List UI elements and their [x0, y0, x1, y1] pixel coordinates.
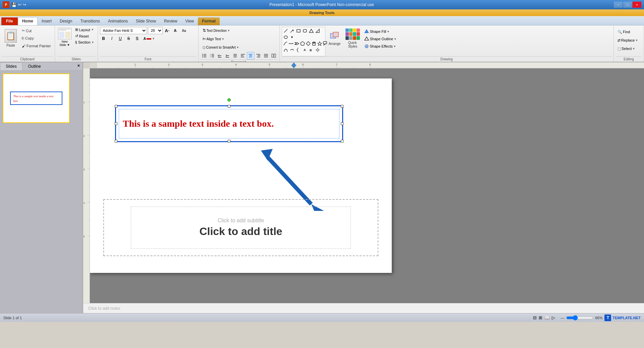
slide-1-thumbnail[interactable]: This is a sample text inside a text box.	[3, 73, 70, 123]
font-color-dropdown[interactable]: ▼	[152, 37, 155, 40]
tab-view[interactable]: View	[181, 17, 198, 25]
reading-view-button[interactable]: 📖	[544, 315, 550, 320]
font-name-select[interactable]: Adobe Fan Heiti S	[100, 27, 147, 34]
slide-sorter-button[interactable]: ⊞	[539, 315, 542, 320]
handle-top-center[interactable]	[228, 105, 230, 108]
tab-review[interactable]: Review	[160, 17, 181, 25]
find-button[interactable]: 🔍 Find	[616, 28, 632, 36]
slide-canvas[interactable]: | This is a sample text inside a text bo…	[90, 78, 392, 273]
shape-diamond-btn[interactable]	[306, 41, 311, 47]
format-painter-button[interactable]: 🖌 Format Painter	[20, 43, 53, 49]
align-right-button[interactable]	[255, 52, 262, 59]
shape-sun-btn[interactable]	[315, 47, 321, 53]
handle-bottom-right[interactable]	[341, 140, 343, 142]
font-size-select[interactable]: 28 81012141618202428323648	[148, 27, 163, 34]
tab-animations[interactable]: Animations	[104, 17, 132, 25]
normal-view-button[interactable]: ⊟	[533, 315, 537, 320]
shape-rtriangle-btn[interactable]	[315, 28, 321, 34]
arrange-button[interactable]: Arrange	[326, 27, 343, 50]
replace-button[interactable]: ⇄ Replace ▼	[616, 37, 640, 44]
handle-bottom-left[interactable]	[115, 140, 117, 142]
shape-arrow-btn[interactable]	[289, 28, 295, 34]
convert-smartart-button[interactable]: ⬡ Convert to SmartArt ▼	[201, 44, 241, 51]
shape-more-btn[interactable]: ▼	[289, 34, 295, 40]
shape-chevron-btn[interactable]	[294, 41, 300, 47]
increase-indent-button[interactable]	[224, 52, 231, 59]
layout-button[interactable]: ⊞ Layout ▼	[74, 27, 96, 33]
text-direction-button[interactable]: ⇅ Text Direction ▼	[201, 27, 232, 34]
tab-insert[interactable]: Insert	[38, 17, 56, 25]
align-left-button[interactable]	[239, 52, 247, 59]
shape-effects-button[interactable]: Shape Effects ▼	[362, 43, 398, 50]
undo-icon[interactable]: ↩	[18, 2, 21, 7]
shape-textbox-btn[interactable]: A	[302, 47, 308, 53]
shape-connector-btn[interactable]	[283, 41, 288, 47]
select-button[interactable]: ⬚ Select ▼	[616, 45, 637, 52]
section-button[interactable]: § Section ▼	[74, 40, 96, 45]
strikethrough-button[interactable]: S	[125, 35, 132, 42]
shape-rounded-rect-btn[interactable]	[302, 28, 308, 34]
subtitle-inner[interactable]: Click to add subtitle Click to add title	[131, 207, 351, 249]
reset-button[interactable]: ↺ Reset	[74, 33, 96, 39]
shape-rect-btn[interactable]	[296, 28, 302, 34]
tab-file[interactable]: File	[1, 17, 18, 25]
handle-rotate[interactable]	[227, 98, 231, 102]
decrease-font-button[interactable]: A-	[172, 27, 179, 34]
save-icon[interactable]: 💾	[11, 2, 17, 7]
font-color-button[interactable]: A ▼	[142, 35, 157, 42]
shape-line-btn[interactable]	[283, 28, 289, 34]
shape-star-btn[interactable]	[317, 41, 322, 47]
columns-button[interactable]	[270, 52, 277, 59]
shape-pentagon-btn[interactable]	[300, 41, 305, 47]
character-spacing-button[interactable]	[189, 27, 196, 34]
bold-button[interactable]: B	[100, 35, 107, 42]
shape-cylinder-btn[interactable]	[311, 41, 317, 47]
handle-middle-left[interactable]	[115, 122, 117, 125]
tab-design[interactable]: Design	[56, 17, 76, 25]
shape-fill-button[interactable]: Shape Fill ▼	[362, 28, 398, 35]
bullets-button[interactable]	[201, 52, 208, 59]
outline-tab[interactable]: Outline	[22, 62, 47, 70]
slideshow-button[interactable]: ▷	[552, 315, 555, 320]
shape-double-arrow-btn[interactable]	[288, 41, 294, 47]
cut-button[interactable]: ✂ Cut	[20, 27, 53, 34]
align-center-button[interactable]	[247, 52, 254, 59]
shape-triangle-btn[interactable]	[308, 28, 314, 34]
paste-button[interactable]: 📋 Paste	[2, 27, 19, 50]
shape-brace-btn[interactable]	[296, 47, 302, 53]
close-button[interactable]: ×	[633, 2, 641, 8]
handle-middle-right[interactable]	[341, 122, 343, 125]
textbox-sample-text[interactable]: This is a sample text inside a text box.	[123, 118, 274, 129]
shadow-button[interactable]: S	[133, 35, 141, 42]
align-text-button[interactable]: ⊨ Align Text ▼	[201, 35, 226, 43]
slides-tab[interactable]: Slides	[0, 62, 22, 70]
handle-top-right[interactable]	[341, 105, 343, 108]
maximize-button[interactable]: □	[623, 2, 632, 8]
line-spacing-button[interactable]	[231, 52, 239, 59]
minimize-button[interactable]: −	[614, 2, 623, 8]
selected-textbox[interactable]: | This is a sample text inside a text bo…	[115, 105, 343, 142]
handle-bottom-center[interactable]	[228, 140, 230, 142]
redo-icon[interactable]: ↪	[23, 2, 26, 7]
copy-button[interactable]: ⎘ Copy	[20, 35, 53, 41]
decrease-indent-button[interactable]	[216, 52, 223, 59]
quick-styles-button[interactable]: Quick Styles	[344, 27, 362, 50]
slide-scroll-area[interactable]: | This is a sample text inside a text bo…	[90, 68, 644, 303]
tab-slideshow[interactable]: Slide Show	[132, 17, 160, 25]
tab-format[interactable]: Format	[198, 17, 220, 25]
shape-arc-btn[interactable]	[289, 47, 295, 53]
justify-button[interactable]	[262, 52, 270, 59]
new-slide-button[interactable]: New Slide ▼	[57, 27, 72, 48]
zoom-slider[interactable]	[566, 315, 593, 321]
bottom-placeholder[interactable]: Click to add subtitle Click to add title	[103, 199, 378, 256]
underline-button[interactable]: U	[117, 35, 124, 42]
tab-transitions[interactable]: Transitions	[76, 17, 104, 25]
increase-font-button[interactable]: A+	[164, 27, 171, 34]
notes-panel[interactable]: Click to add notes	[83, 303, 644, 313]
shape-quad-arrow-btn[interactable]: ⊕	[308, 47, 314, 53]
numbering-button[interactable]: 1.2.3.	[208, 52, 216, 59]
shape-freeform-btn[interactable]	[283, 47, 289, 53]
shape-oval-btn[interactable]	[283, 34, 289, 40]
tab-home[interactable]: Home	[18, 17, 38, 25]
italic-button[interactable]: I	[108, 35, 116, 42]
